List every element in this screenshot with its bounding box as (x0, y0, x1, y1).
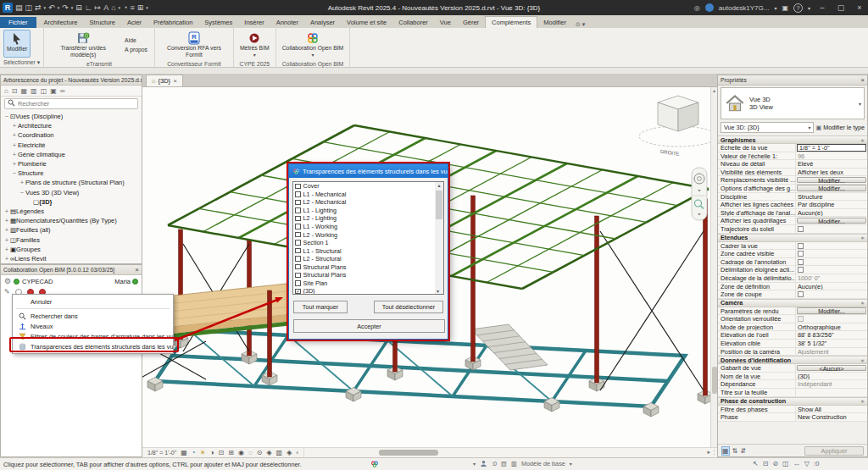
tree-expand-icon[interactable]: + (3, 217, 10, 224)
analytical-model-icon[interactable]: ◈ (266, 449, 271, 456)
dialog-view-item[interactable]: L1 - Structural (293, 246, 436, 255)
property-value[interactable]: Afficher les deux (796, 169, 867, 176)
help-icon[interactable]: ? (793, 3, 803, 13)
accept-button[interactable]: Accepter (293, 319, 445, 333)
property-button[interactable]: Modifier... (797, 307, 866, 314)
checkbox-unchecked[interactable] (295, 240, 301, 246)
reveal-hidden-icon[interactable]: ◌ (248, 449, 253, 456)
ribbon-button-m-tr-s-bim[interactable]: Métrés BIM▾ (237, 30, 272, 59)
property-value[interactable]: Par discipline (796, 201, 867, 208)
tab-architecture[interactable]: Architecture (38, 17, 84, 28)
property-value[interactable]: New Construction (796, 413, 867, 421)
tree-item-vues-discipline-[interactable]: −⊡Vues (Discipline) (1, 112, 142, 121)
select-pinned-icon[interactable]: ⊘ (772, 460, 778, 467)
dialog-title-bar[interactable]: Transparences des éléments structurels d… (289, 164, 448, 178)
detail-level-icon[interactable]: ▦ (181, 449, 187, 456)
minimize-button[interactable]: – (815, 3, 829, 12)
tree-expand-icon[interactable]: + (3, 255, 10, 263)
type-selector[interactable]: Vue 3D 3D View ▾ (721, 87, 865, 119)
dialog-view-item[interactable]: L1 - Lighting (293, 207, 436, 215)
pin-icon[interactable]: ∗ (860, 235, 865, 241)
resize-grip-icon[interactable]: ⋮ (711, 449, 717, 456)
text-icon[interactable]: A (103, 3, 108, 12)
temporary-hide-icon[interactable]: ◉ (238, 449, 244, 456)
tab-fichier[interactable]: Fichier (0, 17, 36, 28)
view-selector-combo[interactable]: Vue 3D: {3D} ▾ (721, 122, 814, 133)
ribbon-button-transf-rer-un-des-mod-le-s-[interactable]: Transférer un/des modèle(s) (47, 30, 119, 59)
tab-structure[interactable]: Structure (84, 17, 121, 28)
dialog-view-item[interactable]: L1 - Mechanical (293, 191, 436, 199)
tree-expand-icon[interactable]: + (3, 236, 10, 244)
tree-item-g-nie-climatique[interactable]: +Génie climatique (1, 150, 142, 159)
checkbox-unchecked[interactable] (798, 251, 804, 257)
default-3d-view-icon[interactable]: ⌂ (111, 3, 115, 12)
tree-expand-icon[interactable]: + (11, 131, 18, 139)
switch-windows-icon[interactable]: ⊞ (137, 3, 144, 12)
chevron-down-icon[interactable]: ▾ (473, 461, 476, 467)
group-small-icon[interactable]: ▣ (50, 87, 57, 95)
tree-item-plomberie[interactable]: +Plomberie (1, 159, 142, 169)
more-icon[interactable]: ‹ (296, 449, 298, 456)
quick-access-toolbar[interactable]: R▤◫⇄▾↶▾↷▾⊟∟↦A⌂▾◔≡⊞▾ (0, 3, 148, 13)
tree-item-liens-revit[interactable]: +∞Liens Revit (1, 254, 142, 263)
search-icon[interactable]: ◎ (694, 4, 700, 12)
section-phase-de-construction[interactable]: Phase de construction∗ (718, 397, 867, 406)
property-value[interactable]: Ajustement (796, 348, 867, 356)
pin-icon[interactable]: ∗ (860, 357, 865, 363)
checkbox-unchecked[interactable] (295, 256, 301, 262)
viewcube[interactable]: DROITE (639, 96, 717, 157)
section-donn-es-d-identification[interactable]: Données d'identification∗ (718, 356, 867, 364)
property-button[interactable]: <Aucun> (797, 365, 866, 372)
project-browser-toolbar[interactable]: ⌂⊡▦▥◫▣∞ (1, 86, 142, 97)
tab-annoter[interactable]: Annoter (270, 17, 304, 28)
dialog-view-item[interactable]: Site Plan (293, 279, 436, 288)
tree-item-familles[interactable]: +◫Familles (1, 235, 142, 244)
property-value[interactable]: Elevé (796, 160, 867, 168)
project-browser-header[interactable]: Arborescence du projet - Nouveautés Vers… (1, 75, 142, 86)
collab-panel-header[interactable]: Collaboration Open BIM [5.0.0.12 03/03/2… (1, 265, 142, 275)
checkbox-unchecked[interactable] (295, 184, 301, 190)
dimension-icon[interactable]: ↦ (95, 3, 102, 12)
print-icon[interactable]: ⊟ (75, 3, 82, 12)
menu-item-annuler[interactable]: Annuler (13, 296, 173, 307)
ribbon-group-label[interactable]: CYPE 2025 (234, 59, 275, 69)
horizontal-scrollbar[interactable]: ▸ ⋮ (303, 448, 717, 457)
visual-style-icon[interactable]: ◔ (192, 449, 196, 456)
tab-syst-mes[interactable]: Systèmes (198, 17, 238, 28)
dialog-scrollbar[interactable]: ▴▾ (435, 181, 444, 295)
checkbox-unchecked[interactable] (798, 259, 804, 265)
tree-item-vues-3d-3d-view-[interactable]: −Vues 3D (3D View) (1, 188, 142, 197)
dialog-view-item[interactable]: L1 - Working (293, 223, 436, 231)
menu-item-niveaux[interactable]: Niveaux (13, 321, 173, 331)
pin-icon[interactable]: ∗ (860, 137, 865, 143)
section-graphismes[interactable]: Graphismes∗ (718, 135, 867, 144)
cross-bracing-right[interactable] (600, 231, 704, 390)
open-icon[interactable]: ▤ (15, 3, 23, 12)
viewcube-face-label[interactable]: DROITE (660, 149, 680, 157)
sun-path-icon[interactable]: ☀ (200, 449, 206, 456)
checkbox-unchecked[interactable] (798, 267, 804, 273)
checkbox-unchecked[interactable] (295, 207, 301, 213)
property-value[interactable]: Modifier... (796, 176, 867, 184)
sync-icon[interactable]: ⇄ (35, 3, 42, 12)
tree-expand-icon[interactable]: + (3, 226, 10, 234)
revit-logo-icon[interactable]: R (3, 3, 13, 13)
property-value[interactable] (796, 242, 867, 250)
dialog-view-item[interactable]: Section 1 (293, 239, 436, 247)
property-value[interactable]: Orthographique (796, 323, 867, 331)
checkbox-unchecked[interactable] (798, 226, 804, 232)
property-value[interactable]: Structure (796, 193, 867, 201)
link-small-icon[interactable]: ∞ (60, 87, 65, 95)
tree-expand-icon[interactable]: + (11, 141, 18, 149)
restore-button[interactable]: ▢ (834, 3, 848, 12)
family-small-icon[interactable]: ◫ (41, 87, 47, 95)
pin-icon[interactable]: ∗ (860, 398, 865, 404)
dialog-view-item[interactable]: Structural Plans (293, 271, 436, 279)
property-value[interactable]: Aucun(e) (796, 283, 867, 290)
home-icon[interactable]: ⌂ (4, 87, 8, 95)
property-value[interactable] (796, 315, 867, 323)
chevron-down-icon[interactable]: ▾ (146, 3, 148, 12)
property-value[interactable]: Aucun(e) (796, 209, 867, 217)
user-avatar-icon[interactable] (705, 3, 714, 12)
ribbon-button-conversion-rfa-vers-formit[interactable]: RConversion RFA vers FormIt (159, 30, 230, 59)
